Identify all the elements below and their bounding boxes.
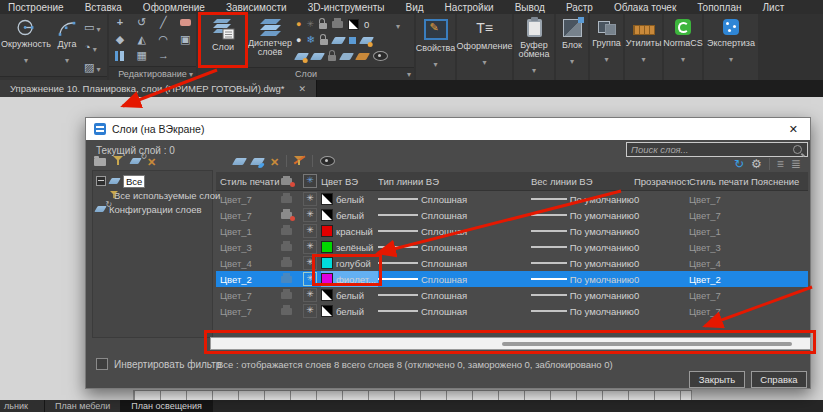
cell-print-toggle[interactable] [281,271,303,287]
cell-vp-freeze[interactable] [303,271,321,287]
cell-linetype[interactable]: Сплошная [378,303,531,319]
cell-print-toggle[interactable] [281,303,303,319]
cell-linetype[interactable]: Сплошная [378,255,531,271]
color-swatch[interactable] [321,289,333,301]
invert-filter-checkbox[interactable] [96,358,108,370]
cell-print-toggle[interactable] [281,255,303,271]
delete-filter-icon[interactable] [147,152,156,170]
cell-description[interactable] [751,271,808,287]
cell-vp-freeze[interactable] [303,191,321,207]
new-filter-icon[interactable] [113,156,124,166]
cell-lineweight[interactable]: По умолчанию [531,191,634,207]
dialog-titlebar[interactable]: Слои (на ВЭкране) ✕ [86,118,810,140]
cell-vp-freeze[interactable] [303,239,321,255]
layer-row-2[interactable]: Цвет_1 красный Сплошная По умолчанию 0 Ц… [216,223,808,239]
lock-layer-icon[interactable] [320,39,328,45]
layer-config-icon[interactable] [129,158,141,164]
cell-description[interactable] [751,207,808,223]
cell-print-style[interactable]: Цвет_3 [216,239,281,255]
close-button[interactable]: Закрыть [689,371,745,388]
layer-off-icon[interactable] [296,34,301,46]
panel-editing-footer[interactable]: Редактирование [109,66,196,80]
ribbon-tab-2[interactable]: Оформление [143,2,205,13]
cell-vp-freeze[interactable] [303,303,321,319]
layer-search-input[interactable] [627,144,793,155]
layer-indicator-row[interactable]: 0 [292,16,404,32]
sheet-tab-1[interactable]: План мебели [45,400,121,412]
color-swatch[interactable] [321,257,333,269]
thaw-all-icon[interactable] [310,53,325,60]
layers-dialog-button[interactable]: Слои [198,14,248,67]
cell-color[interactable]: фиолет... [321,271,378,287]
chevron-down-icon[interactable] [24,49,28,67]
header-vp-freeze[interactable] [303,174,321,188]
header-print-style[interactable]: Стиль печати [216,176,281,187]
tree-item-used[interactable]: Все используемые слои [96,188,212,202]
cell-print-style[interactable]: Цвет_7 [216,303,281,319]
ellipse-tool[interactable] [84,38,100,56]
rectangle-tool[interactable] [84,18,100,36]
cell-transparency[interactable]: 0 [634,303,689,319]
new-layer-vp-icon[interactable] [250,158,265,165]
cell-lineweight[interactable]: По умолчанию [531,239,634,255]
cell-print-style[interactable]: Цвет_7 [216,287,281,303]
stretch-icon[interactable] [115,51,124,61]
scale-icon[interactable] [174,33,196,45]
collapse-icon[interactable] [96,176,106,186]
cell-description[interactable] [751,255,808,271]
cell-print-style-vp[interactable]: Цвет_7 [689,303,751,319]
cell-lineweight[interactable]: По умолчанию [531,303,634,319]
sheet-tab-0[interactable]: льник [0,400,45,412]
hatch-tool[interactable] [84,58,100,76]
header-color[interactable]: Цвет ВЭ [321,176,378,187]
close-icon[interactable] [299,83,307,94]
tree-view-icon[interactable] [791,158,801,170]
cell-transparency[interactable]: 0 [634,191,689,207]
cell-vp-freeze[interactable] [303,255,321,271]
cell-linetype[interactable]: Сплошная [378,287,531,303]
cell-transparency[interactable]: 0 [634,239,689,255]
panel-utilities[interactable]: Утилиты [625,14,662,80]
ribbon-tab-1[interactable]: Вставка [85,2,122,13]
layer-row-6[interactable]: Цвет_7 белый Сплошная По умолчанию 0 Цве… [216,287,808,303]
array-icon[interactable] [131,49,153,61]
header-description[interactable]: Пояснение [751,176,808,187]
cell-description[interactable] [751,303,808,319]
cell-print-style-vp[interactable]: Цвет_7 [689,287,751,303]
cell-description[interactable] [751,191,808,207]
trim-icon[interactable] [153,16,175,28]
cell-transparency[interactable]: 0 [634,255,689,271]
ribbon-tab-5[interactable]: Вид [406,2,424,13]
color-swatch[interactable] [321,273,333,285]
new-group-icon[interactable] [94,158,106,166]
dialog-close-icon[interactable]: ✕ [785,123,802,136]
layer-row-5[interactable]: Цвет_2 фиолет... Сплошная По умолчанию 0… [216,271,808,287]
cell-color[interactable]: белый [321,191,378,207]
cell-print-style[interactable]: Цвет_4 [216,255,281,271]
cell-print-toggle[interactable] [281,207,303,223]
cell-color[interactable]: белый [321,303,378,319]
freeze-icon[interactable] [306,34,314,46]
list-view-icon[interactable] [777,158,784,170]
new-layer-icon[interactable] [232,158,247,165]
eye-icon[interactable] [373,51,388,61]
cell-lineweight[interactable]: По умолчанию [531,255,634,271]
layer-manager-button[interactable]: Диспетчер слоёв [248,14,292,67]
layer-prev-icon[interactable] [359,37,374,44]
arc-tool[interactable]: Дуга [52,14,82,67]
sheet-tab-2[interactable]: План освещения [121,400,213,412]
color-swatch[interactable] [321,193,333,205]
cell-print-style[interactable]: Цвет_1 [216,223,281,239]
tree-item-all[interactable]: Все [96,174,212,188]
cell-lineweight[interactable]: По умолчанию [531,271,634,287]
cell-lineweight[interactable]: По умолчанию [531,223,634,239]
cell-print-toggle[interactable] [281,239,303,255]
layer-row-7[interactable]: Цвет_7 белый Сплошная По умолчанию 0 Цве… [216,303,808,319]
chevron-down-icon[interactable] [65,49,69,67]
rotate-icon[interactable] [131,16,153,28]
header-lineweight[interactable]: Вес линии ВЭ [531,176,634,187]
ribbon-tab-9[interactable]: Облака точек [614,2,676,13]
match-layer-icon[interactable] [349,37,356,44]
cell-vp-freeze[interactable] [303,287,321,303]
erase-icon[interactable] [180,19,191,26]
